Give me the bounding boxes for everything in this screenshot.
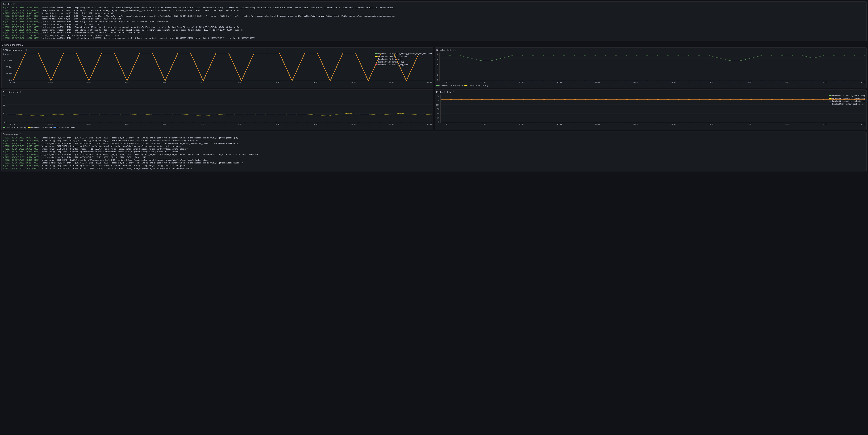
svg-point-206 bbox=[698, 56, 700, 56]
svg-point-225 bbox=[460, 81, 461, 81]
svg-point-537 bbox=[533, 99, 535, 100]
log-line[interactable]: >[2023-05-16T17:51:29.472+0000] {process… bbox=[3, 148, 865, 150]
legend-item[interactable]: localhost:8126 - starving bbox=[464, 84, 488, 87]
y-tick-label: 10 bbox=[3, 112, 5, 115]
panel-header[interactable]: Task logs i bbox=[2, 2, 866, 6]
legend-item[interactable]: localhost:8126 - open bbox=[54, 126, 75, 128]
legend-item[interactable]: localhost:8126 - default_pool - queued bbox=[829, 97, 865, 99]
log-line[interactable]: >[2023-05-16T17:51:29.477+0000] {logging… bbox=[3, 142, 865, 145]
legend-item[interactable]: localhost:8126 - default_pool - running bbox=[829, 94, 865, 96]
log-line[interactable]: >[2023-05-16T17:51:29.179+0000] {process… bbox=[3, 159, 865, 162]
chevron-right-icon: > bbox=[3, 12, 4, 14]
legend-item[interactable]: localhost:8126 - queued bbox=[28, 126, 52, 128]
info-icon[interactable]: i bbox=[25, 49, 27, 51]
svg-point-358 bbox=[57, 96, 59, 96]
log-line[interactable]: >[2023-05-16T18:36:14.515+0000] {task_co… bbox=[3, 9, 865, 12]
log-line[interactable]: >[2023-05-16T18:36:14.407+0000] {taskins… bbox=[3, 29, 865, 31]
log-line[interactable]: >[2023-05-16T18:36:14.414+0000] {taskins… bbox=[3, 26, 865, 29]
panel-header[interactable]: DAG schedule delay i bbox=[2, 48, 433, 53]
svg-point-200 bbox=[636, 56, 638, 56]
panel-header[interactable]: Scheduler tasks i bbox=[435, 48, 866, 53]
legend-item[interactable]: localhost:8126 - example_passing_params_… bbox=[375, 53, 432, 55]
chevron-right-icon: > bbox=[3, 145, 4, 147]
y-tick-label: 0 bbox=[436, 79, 438, 81]
panel-header[interactable]: Executor tasks i bbox=[2, 90, 433, 94]
legend-item[interactable]: localhost:8126 - example_sla_dag bbox=[375, 55, 432, 57]
svg-point-197 bbox=[605, 56, 607, 56]
svg-point-229 bbox=[501, 81, 503, 81]
log-line[interactable]: >[2023-05-16T17:51:29.157+0000] {logging… bbox=[3, 162, 865, 164]
svg-point-220 bbox=[843, 56, 845, 56]
y-tick-label: 0 bbox=[3, 121, 5, 123]
legend-item[interactable]: localhost:8126 - running bbox=[3, 126, 26, 128]
svg-point-173 bbox=[418, 81, 420, 81]
chart-body[interactable]: 108642013:4013:4513:5013:5514:0014:0514:… bbox=[435, 53, 866, 88]
svg-point-386 bbox=[348, 96, 350, 96]
log-timestamp: [2023-05-16T17:51:29.497+0000] bbox=[5, 137, 39, 139]
x-tick-label: 14:00 bbox=[162, 81, 166, 83]
info-icon[interactable]: i bbox=[452, 91, 454, 93]
scheduler-details-row[interactable]: ▾ Scheduler details bbox=[1, 42, 867, 48]
log-message: {logging_mixin.py:149} INFO - [2023-05-1… bbox=[40, 137, 238, 139]
legend-item[interactable]: localhost:8126 - sample_dag_failed bbox=[375, 64, 432, 66]
x-tick-label: 14:15 bbox=[275, 123, 280, 125]
log-line[interactable]: >[2023-05-16T17:51:29.155+0000] {process… bbox=[3, 167, 865, 170]
log-line[interactable]: >[2023-05-16T18:36:14.438+0000] {taskins… bbox=[3, 20, 865, 23]
info-icon[interactable]: i bbox=[13, 3, 16, 5]
legend-item[interactable]: localhost:8126 - longtask_dag bbox=[375, 61, 432, 63]
svg-point-174 bbox=[431, 81, 432, 81]
log-line[interactable]: >[2023-05-16T18:36:12.036+0000] {local_t… bbox=[3, 34, 865, 37]
log-line[interactable]: >[2023-05-16T18:36:14.441+0000] {standar… bbox=[3, 18, 865, 20]
legend-label: localhost:8126 - hello_world bbox=[378, 58, 402, 60]
legend-item[interactable]: localhost:8126 - default_pool - open bbox=[829, 103, 865, 105]
info-icon[interactable]: i bbox=[19, 133, 21, 135]
info-icon[interactable]: i bbox=[454, 49, 456, 51]
svg-point-540 bbox=[564, 99, 566, 100]
log-line[interactable]: >[2023-05-16T17:51:29.364+0000] {process… bbox=[3, 150, 865, 153]
chart-body[interactable]: 302010013:4013:4513:5013:5514:0014:0514:… bbox=[2, 94, 433, 130]
svg-point-205 bbox=[688, 56, 689, 56]
svg-point-315 bbox=[47, 115, 49, 115]
panel-header[interactable]: Scheduler logs i bbox=[2, 132, 866, 137]
svg-point-211 bbox=[750, 58, 752, 58]
log-timestamp: [2023-05-16T18:36:14.414+0000] bbox=[5, 26, 39, 28]
chart-body[interactable]: 1.32 week6.94 day4.63 day2.31 day0 s13:4… bbox=[2, 53, 433, 85]
log-timestamp: [2023-05-16T17:51:29.497+0000] bbox=[5, 140, 39, 142]
info-icon[interactable]: i bbox=[19, 91, 21, 93]
svg-point-327 bbox=[172, 114, 173, 115]
svg-point-233 bbox=[542, 81, 544, 81]
legend-item[interactable]: localhost:8126 - hello_world bbox=[375, 58, 432, 60]
legend-label: localhost:8126 - default_pool - starving bbox=[832, 100, 865, 102]
log-message: {taskinstance.py:1125} INFO - Dependenci… bbox=[40, 26, 239, 28]
y-tick-label: 2.31 day bbox=[3, 72, 12, 75]
svg-point-169 bbox=[368, 81, 369, 81]
svg-point-375 bbox=[234, 96, 236, 96]
svg-point-260 bbox=[823, 81, 825, 81]
y-tick-label: 8 bbox=[436, 58, 438, 60]
log-line[interactable]: >[2023-05-16T18:36:14.738+0000] {taskins… bbox=[3, 6, 865, 9]
svg-point-223 bbox=[439, 81, 440, 81]
log-line[interactable]: >[2023-05-16T17:51:29.308+0000] {logging… bbox=[3, 153, 865, 156]
legend-item[interactable]: localhost:8126 - default_pool - starving bbox=[829, 100, 865, 102]
svg-point-338 bbox=[286, 114, 287, 115]
panel-header[interactable]: Pool task slots i bbox=[435, 90, 866, 94]
scheduler-logs-panel: Scheduler logs i >[2023-05-16T17:51:29.4… bbox=[1, 132, 867, 171]
log-line[interactable]: >[2023-05-16T17:51:29.477+0000] {process… bbox=[3, 145, 865, 148]
x-tick-label: 13:45 bbox=[48, 123, 53, 125]
log-line[interactable]: >[2023-05-16T17:51:29.220+0000] {logging… bbox=[3, 156, 865, 159]
log-timestamp: [2023-05-16T17:51:29.364+0000] bbox=[5, 151, 39, 153]
log-line[interactable]: >[2023-05-16T17:51:29.157+0000] {process… bbox=[3, 164, 865, 167]
log-line[interactable]: >[2023-05-16T17:51:29.497+0000] {process… bbox=[3, 139, 865, 142]
log-line[interactable]: >[2023-05-16T17:51:29.497+0000] {logging… bbox=[3, 137, 865, 139]
log-line[interactable]: >[2023-05-16T18:36:12.052+0000] {taskins… bbox=[3, 31, 865, 34]
svg-point-145 bbox=[63, 81, 65, 81]
log-line[interactable]: >[2023-05-16T18:36:14.415+0000] {taskins… bbox=[3, 23, 865, 26]
log-line[interactable]: >[2023-05-16T18:36:11.970+0000] {taskins… bbox=[3, 37, 865, 39]
x-tick-label: 14:30 bbox=[823, 123, 827, 125]
svg-point-214 bbox=[781, 56, 783, 56]
svg-point-321 bbox=[109, 114, 111, 115]
log-line[interactable]: >[2023-05-16T18:36:14.445+0000] {standar… bbox=[3, 12, 865, 15]
legend-item[interactable]: localhost:8126 - executable bbox=[436, 84, 463, 87]
chart-body[interactable]: 150125100755025013:4013:4513:5013:5514:0… bbox=[435, 94, 866, 127]
log-line[interactable]: >[2023-05-16T18:36:14.444+0000] {standar… bbox=[3, 15, 865, 18]
